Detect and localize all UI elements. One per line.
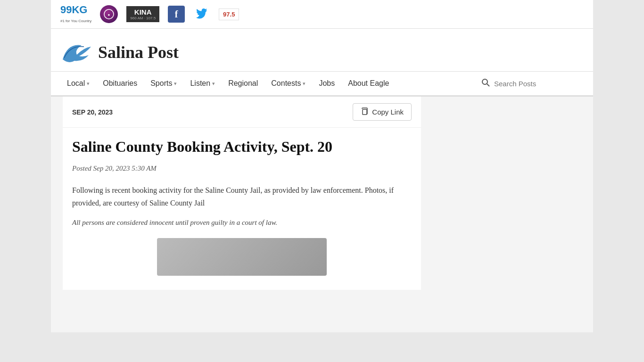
nav-item-regional[interactable]: Regional	[222, 72, 264, 95]
site-header: Salina Post	[51, 29, 593, 71]
main-content: SEP 20, 2023 Copy Link Saline County B	[51, 97, 433, 332]
kina-freq: 960 AM · 107.5	[130, 16, 156, 20]
twitter-icon[interactable]	[193, 6, 210, 23]
svg-point-2	[482, 79, 487, 84]
main-layout: SEP 20, 2023 Copy Link Saline County B	[51, 97, 593, 332]
logo-99kg-tagline: #1 for You Country	[60, 19, 91, 23]
article-header-bar: SEP 20, 2023 Copy Link	[63, 97, 421, 128]
search-area	[481, 78, 584, 90]
logo-975[interactable]: 97.5	[219, 8, 239, 20]
article-byline: Posted Sep 20, 2023 5:30 AM	[72, 165, 412, 173]
facebook-icon[interactable]: f	[168, 6, 185, 23]
site-logo[interactable]: Salina Post	[60, 38, 179, 66]
article-title: Saline County Booking Activity, Sept. 20	[72, 137, 412, 157]
nav-item-local[interactable]: Local ▾	[60, 72, 96, 95]
copy-icon	[361, 107, 368, 116]
article-body: Saline County Booking Activity, Sept. 20…	[63, 128, 421, 290]
chevron-down-icon: ▾	[174, 81, 177, 87]
chevron-down-icon: ▾	[87, 81, 90, 87]
article-body-text: Following is recent booking activity for…	[72, 184, 412, 209]
kina-name: KINA	[134, 8, 152, 16]
copy-link-button[interactable]: Copy Link	[353, 103, 412, 121]
nav-item-contests[interactable]: Contests ▾	[264, 72, 312, 95]
chevron-down-icon: ▾	[212, 81, 215, 87]
nav-bar: Local ▾ Obituaries Sports ▾ Listen ▾ Reg…	[51, 71, 593, 97]
nav-item-listen[interactable]: Listen ▾	[183, 72, 222, 95]
nav-item-obituaries[interactable]: Obituaries	[96, 72, 144, 95]
copy-link-label: Copy Link	[372, 108, 404, 116]
search-icon[interactable]	[481, 78, 490, 90]
svg-line-3	[487, 84, 489, 86]
chevron-down-icon: ▾	[303, 81, 305, 87]
article-disclaimer: All persons are considered innocent unti…	[72, 219, 412, 227]
article-image	[157, 238, 327, 276]
sidebar	[433, 97, 593, 332]
logo-99kg[interactable]: 99KG #1 for You Country	[60, 5, 91, 24]
article-date: SEP 20, 2023	[72, 108, 113, 116]
site-logo-bird-icon	[60, 38, 93, 66]
nav-item-sports[interactable]: Sports ▾	[144, 72, 183, 95]
article-wrapper: SEP 20, 2023 Copy Link Saline County B	[63, 97, 421, 290]
top-bar: 99KG #1 for You Country ● KINA 960 AM · …	[51, 0, 593, 29]
svg-text:●: ●	[108, 13, 110, 17]
nav-item-jobs[interactable]: Jobs	[312, 72, 341, 95]
search-input[interactable]	[494, 80, 584, 88]
site-title: Salina Post	[98, 42, 179, 62]
logo-purple-station[interactable]: ●	[100, 5, 118, 23]
logo-kina[interactable]: KINA 960 AM · 107.5	[126, 6, 159, 22]
svg-rect-4	[363, 109, 367, 115]
nav-item-about-eagle[interactable]: About Eagle	[341, 72, 396, 95]
